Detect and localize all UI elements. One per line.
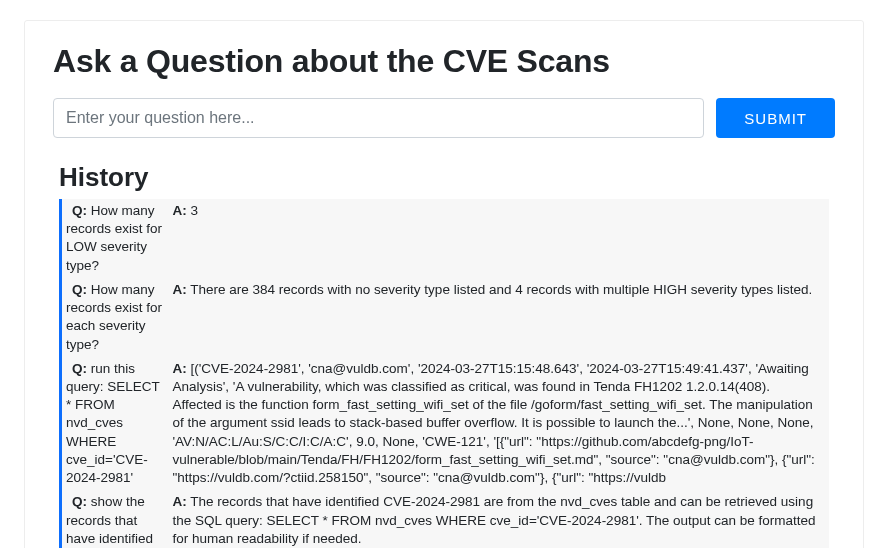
main-card: Ask a Question about the CVE Scans SUBMI…: [24, 20, 864, 548]
a-text: There are 384 records with no severity t…: [190, 282, 812, 297]
history-row: Q: How many records exist for each sever…: [61, 278, 828, 357]
a-text: [('CVE-2024-2981', 'cna@vuldb.com', '202…: [173, 361, 815, 485]
history-title: History: [59, 162, 829, 193]
a-text: The records that have identified CVE-202…: [173, 494, 816, 545]
a-label: A:: [173, 203, 187, 218]
history-row: Q: run this query: SELECT * FROM nvd_cve…: [61, 357, 828, 491]
q-label: Q:: [66, 361, 87, 376]
history-row: Q: How many records exist for LOW severi…: [61, 199, 828, 278]
page-title: Ask a Question about the CVE Scans: [53, 43, 835, 80]
submit-button[interactable]: SUBMIT: [716, 98, 835, 138]
history-row: Q: show the records that have identified…: [61, 490, 828, 548]
a-label: A:: [173, 361, 187, 376]
a-label: A:: [173, 282, 187, 297]
q-label: Q:: [66, 494, 87, 509]
a-label: A:: [173, 494, 187, 509]
q-label: Q:: [66, 203, 87, 218]
question-input[interactable]: [53, 98, 704, 138]
q-text: run this query: SELECT * FROM nvd_cves W…: [66, 361, 160, 485]
question-form: SUBMIT: [53, 98, 835, 138]
a-text: 3: [191, 203, 199, 218]
q-label: Q:: [66, 282, 87, 297]
history-table: Q: How many records exist for LOW severi…: [59, 199, 829, 548]
